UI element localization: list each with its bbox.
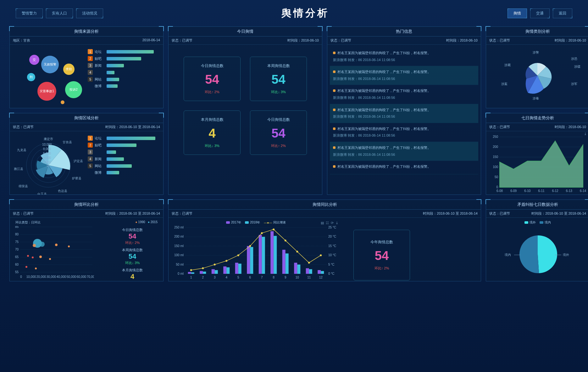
svg-text:12: 12: [319, 276, 323, 279]
scatter-chart: 55606570758085 010,00020,00030,00040,000…: [12, 226, 94, 281]
panel-title: 热门信息: [327, 27, 481, 37]
news-item[interactable]: 村名王某因为被隔壁邻居的狗咬了，产生了纠纷，村名报警。新浪微博 转发：86 20…: [330, 142, 478, 161]
news-item[interactable]: 村名王某因为被隔壁邻居的狗咬了，产生了纠纷，村名报警。: [330, 161, 478, 174]
svg-rect-125: [294, 263, 297, 274]
stack-icon[interactable]: ▤: [321, 221, 324, 225]
svg-text:20,000: 20,000: [36, 275, 46, 279]
svg-text:15 °C: 15 °C: [328, 244, 336, 248]
panel-title: 七日舆情走势分析: [486, 113, 588, 123]
news-item[interactable]: 村名王某因为被隔壁邻居的狗咬了，产生了纠纷，村名报警。新浪微博 转发：86 20…: [330, 66, 478, 85]
news-list[interactable]: 村名王某因为被隔壁邻居的狗咬了，产生了纠纷，村名报警。新浪微博 转发：86 20…: [330, 47, 478, 192]
pie-chart: 境内 境外: [489, 226, 587, 281]
date-label: 2018-06-14: [142, 38, 160, 43]
nav-left: 警情警力实有人口活动情况: [16, 8, 103, 18]
nav-btn[interactable]: 交通: [530, 8, 550, 18]
svg-rect-134: [321, 271, 324, 274]
panel-yoy: 舆情同比分析 状态：已调节时间段：2018-06-10 至 2018-06-14…: [168, 200, 481, 281]
status-label: 状态：已调节: [489, 38, 510, 43]
stat-box: 今日舆情总数54环比↑ 2%: [250, 110, 307, 155]
news-item[interactable]: 村名王某因为被隔壁邻居的狗咬了，产生了纠纷，村名报警。新浪微博 转发：86 20…: [330, 47, 478, 66]
svg-text:30,000: 30,000: [47, 275, 56, 279]
svg-text:10,000: 10,000: [42, 143, 52, 146]
svg-rect-102: [226, 267, 230, 274]
svg-rect-126: [297, 265, 300, 274]
page-title: 舆情分析: [103, 6, 508, 20]
svg-rect-117: [270, 231, 274, 274]
download-icon[interactable]: ⤓: [584, 132, 587, 136]
nav-btn[interactable]: 返回: [553, 8, 572, 18]
svg-text:200: 200: [493, 145, 498, 149]
svg-point-62: [33, 244, 36, 247]
svg-text:6: 6: [249, 276, 251, 279]
svg-text:泸定县: 泸定县: [74, 159, 83, 163]
svg-text:6-08: 6-08: [496, 189, 503, 193]
status-label: 状态：已调节: [172, 211, 192, 216]
svg-text:150: 150: [493, 155, 498, 159]
hbar-row: 2贴吧: [88, 56, 161, 61]
chart-toolbar: ⤓: [584, 132, 587, 136]
svg-text:100: 100: [493, 165, 498, 169]
svg-text:6-09: 6-09: [510, 189, 517, 193]
panel-title: 舆情来源分析: [10, 27, 163, 37]
svg-text:白玉县: 白玉县: [37, 192, 47, 194]
bubble: 灾害事故1: [37, 82, 56, 101]
svg-text:75: 75: [15, 240, 19, 244]
panel-title: 舆情区域分析: [10, 113, 163, 123]
svg-text:康定市: 康定市: [44, 137, 53, 141]
svg-rect-93: [200, 271, 203, 274]
svg-rect-114: [262, 237, 265, 274]
nav-btn[interactable]: 舆情: [508, 8, 527, 18]
svg-text:65: 65: [15, 255, 19, 259]
date-label: 时间段：2018-06-10: [555, 125, 586, 129]
date-label: 时间段：2018-06-10 至 2018-06-14: [105, 211, 160, 216]
panel-title: 矛盾纠纷七日数据分析: [486, 200, 588, 210]
ring-stats: 今日舆情总数54环比↑ 2%本周舆情总数54环比↓ 3%本月舆情总数4环比↓ 3…: [104, 226, 161, 281]
svg-text:60: 60: [15, 263, 19, 266]
svg-text:4: 4: [225, 276, 227, 279]
svg-text:5: 5: [237, 276, 239, 279]
svg-rect-129: [306, 268, 309, 274]
svg-text:70,000: 70,000: [87, 275, 94, 279]
svg-text:200 ml: 200 ml: [174, 235, 184, 238]
svg-text:0: 0: [496, 185, 498, 189]
hbar-row: 4: [88, 70, 161, 75]
news-item[interactable]: 村名王某因为被隔壁邻居的狗咬了，产生了纠纷，村名报警。新浪微博 转发：86 20…: [330, 85, 478, 104]
cat-label: 涉毒: [533, 96, 539, 101]
bubble: 无效报警: [41, 56, 59, 73]
svg-text:10 °C: 10 °C: [328, 253, 336, 257]
tile-icon[interactable]: ☷: [326, 221, 329, 225]
panel-category: 舆情类别分析 状态：已调节时间段：2018-06-10 涉警 涉恐: [486, 26, 588, 108]
panel-title: 舆情同比分析: [169, 200, 481, 210]
panel-area: 舆情区域分析 状态：已调节时间段：2018-06-10 至 2018-06-14: [9, 113, 164, 195]
yoy-stat-box: 今年舆情总数 54 环比↑ 2%: [353, 230, 410, 280]
nav-btn[interactable]: 警情警力: [16, 8, 43, 18]
svg-text:得荣县: 得荣县: [19, 184, 28, 188]
nav-btn[interactable]: 实有人口: [46, 8, 73, 18]
rose-chart: 涉警 涉恐 涉藏 涉疆 涉军 涉毒 涉案: [489, 47, 587, 104]
hbar-row: 1论坛: [88, 136, 161, 141]
cat-label: 涉案: [501, 82, 508, 86]
svg-rect-90: [191, 272, 194, 274]
panel-dispute: 矛盾纠纷七日数据分析 状态：已调节时间段：2018-06-10 至 2018-0…: [486, 200, 588, 281]
refresh-icon[interactable]: ⟳: [331, 221, 334, 225]
news-item[interactable]: 村名王某因为被隔壁邻居的狗咬了，产生了纠纷，村名报警。新浪微博 转发：86 20…: [330, 123, 478, 142]
download-icon[interactable]: ⤓: [336, 221, 338, 225]
bubble: 交: [29, 55, 39, 65]
nav-btn[interactable]: 活动情况: [76, 8, 103, 18]
ring-sub-label: 环比类型：日环比: [15, 220, 41, 225]
svg-rect-105: [235, 263, 238, 274]
svg-rect-113: [259, 235, 262, 274]
svg-rect-94: [203, 272, 206, 274]
svg-text:6-14: 6-14: [580, 189, 586, 193]
svg-text:55: 55: [15, 270, 19, 274]
news-item[interactable]: 村名王某因为被隔壁邻居的狗咬了，产生了纠纷，村名报警。新浪微博 转发：86 20…: [330, 104, 478, 123]
stat-mini: 今日舆情总数54环比↑ 2%: [107, 228, 158, 245]
svg-text:境外: 境外: [563, 253, 569, 256]
svg-text:6,000: 6,000: [43, 152, 51, 155]
svg-text:0: 0: [47, 164, 49, 167]
svg-text:85: 85: [15, 226, 19, 228]
region-label: 地区：甘孜: [13, 38, 30, 43]
svg-rect-89: [188, 272, 191, 274]
svg-point-66: [32, 256, 34, 258]
svg-point-68: [49, 258, 51, 260]
